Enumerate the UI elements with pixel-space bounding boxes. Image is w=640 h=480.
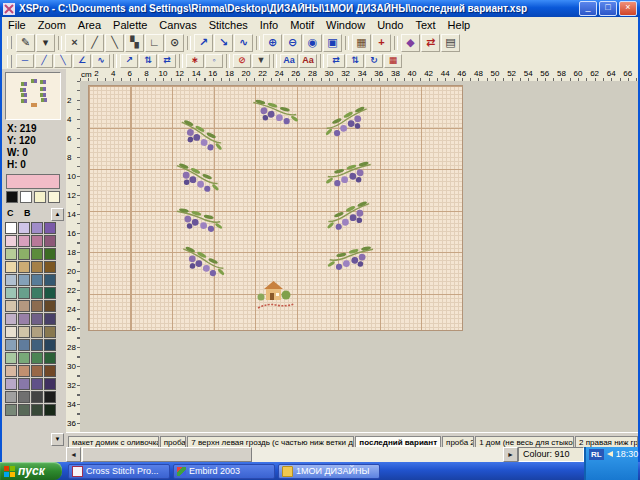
palette-swatch-24[interactable] <box>5 300 17 312</box>
text-latin-icon[interactable]: Aa <box>280 54 298 68</box>
swap-colours-icon[interactable]: ⇄ <box>421 34 440 52</box>
palette-swatch-21[interactable] <box>18 287 30 299</box>
palette-swatch-30[interactable] <box>31 313 43 325</box>
palette-swatch-16[interactable] <box>5 274 17 286</box>
back-half-stitch-icon[interactable]: ╲ <box>105 34 124 52</box>
line-arrow-up-icon[interactable]: ↗ <box>194 34 213 52</box>
taskbar-task-0[interactable]: Cross Stitch Pro... <box>68 464 170 479</box>
palette-swatch-55[interactable] <box>44 391 56 403</box>
menu-undo[interactable]: Undo <box>371 19 409 31</box>
maximize-button[interactable]: □ <box>599 1 617 16</box>
palette-swatch-46[interactable] <box>31 365 43 377</box>
palette-swatch-40[interactable] <box>5 352 17 364</box>
menu-file[interactable]: File <box>2 19 32 31</box>
diagonal-line2-icon[interactable]: ╲ <box>54 54 72 68</box>
straight-line-icon[interactable]: ─ <box>16 54 34 68</box>
palette-swatch-15[interactable] <box>44 261 56 273</box>
palette-swatch-35[interactable] <box>44 326 56 338</box>
palette-swatch-9[interactable] <box>18 248 30 260</box>
colour-picker-icon[interactable]: ▼ <box>252 54 270 68</box>
palette-swatch-4[interactable] <box>5 235 17 247</box>
palette-swatch-25[interactable] <box>18 300 30 312</box>
backstitch-icon[interactable]: ∟ <box>145 34 164 52</box>
french-knot-icon[interactable]: ⊙ <box>165 34 184 52</box>
palette-swatch-10[interactable] <box>31 248 43 260</box>
palette-swatch-22[interactable] <box>31 287 43 299</box>
foreground-colour-swatch[interactable] <box>6 191 18 203</box>
palette-swatch-7[interactable] <box>44 235 56 247</box>
zoom-in-icon[interactable]: ⊕ <box>263 34 282 52</box>
palette-swatch-44[interactable] <box>5 365 17 377</box>
menu-canvas[interactable]: Canvas <box>153 19 202 31</box>
bead-icon[interactable]: ◦ <box>205 54 223 68</box>
palette-swatch-17[interactable] <box>18 274 30 286</box>
text-cyrillic-icon[interactable]: Аа <box>299 54 317 68</box>
zoom-fit-icon[interactable]: ▣ <box>323 34 342 52</box>
palette-swatch-28[interactable] <box>5 313 17 325</box>
pencil-dropdown-icon[interactable]: ▾ <box>36 34 55 52</box>
menu-zoom[interactable]: Zoom <box>32 19 72 31</box>
scrollbar-thumb[interactable] <box>82 447 252 462</box>
palette-swatch-31[interactable] <box>44 313 56 325</box>
palette-swatch-51[interactable] <box>44 378 56 390</box>
palette-swatch-26[interactable] <box>31 300 43 312</box>
menu-text[interactable]: Text <box>409 19 441 31</box>
menu-area[interactable]: Area <box>72 19 107 31</box>
palette-swatch-49[interactable] <box>18 378 30 390</box>
palette-swatch-42[interactable] <box>31 352 43 364</box>
palette-swatch-53[interactable] <box>18 391 30 403</box>
taskbar-task-2[interactable]: 1МОИ ДИЗАЙНЫ <box>278 464 380 479</box>
palette-swatch-47[interactable] <box>44 365 56 377</box>
knot-red-icon[interactable]: ∗ <box>186 54 204 68</box>
background-colour-swatch[interactable] <box>20 191 32 203</box>
minimize-button[interactable]: _ <box>579 1 597 16</box>
palette-swatch-3[interactable] <box>44 222 56 234</box>
palette-colours-icon[interactable]: ▦ <box>384 54 402 68</box>
diagonal-line-icon[interactable]: ╱ <box>35 54 53 68</box>
palette-swatch-0[interactable] <box>5 222 17 234</box>
palette-swatch-59[interactable] <box>44 404 56 416</box>
palette-swatch-20[interactable] <box>5 287 17 299</box>
toolbar-grip[interactable] <box>7 55 12 68</box>
palette-swatch-39[interactable] <box>44 339 56 351</box>
grid-toggle-icon[interactable]: ▦ <box>352 34 371 52</box>
palette-scroll-up-button[interactable]: ▲ <box>51 208 64 221</box>
palette-swatch-57[interactable] <box>18 404 30 416</box>
half-stitch-icon[interactable]: ╱ <box>85 34 104 52</box>
flip-vertical-icon[interactable]: ⇅ <box>346 54 364 68</box>
alt-colour-swatch-2[interactable] <box>48 191 60 203</box>
palette-swatch-52[interactable] <box>5 391 17 403</box>
palette-swatch-19[interactable] <box>44 274 56 286</box>
palette-swatch-12[interactable] <box>5 261 17 273</box>
horizontal-scrollbar[interactable]: ◄ ► <box>66 447 518 462</box>
menu-palette[interactable]: Palette <box>107 19 153 31</box>
no-stitch-icon[interactable]: ⊘ <box>233 54 251 68</box>
palette-swatch-33[interactable] <box>18 326 30 338</box>
motif-library-icon[interactable]: ◆ <box>401 34 420 52</box>
palette-swatch-6[interactable] <box>31 235 43 247</box>
line-arrow-down-icon[interactable]: ↘ <box>214 34 233 52</box>
nudge-horizontal-icon[interactable]: ⇄ <box>158 54 176 68</box>
palette-swatch-18[interactable] <box>31 274 43 286</box>
palette-swatch-45[interactable] <box>18 365 30 377</box>
palette-swatch-38[interactable] <box>31 339 43 351</box>
palette-swatch-36[interactable] <box>5 339 17 351</box>
menu-window[interactable]: Window <box>320 19 371 31</box>
language-indicator[interactable]: RL <box>589 449 604 460</box>
zoom-actual-icon[interactable]: ◉ <box>303 34 322 52</box>
nudge-vertical-icon[interactable]: ⇅ <box>139 54 157 68</box>
palette-swatch-56[interactable] <box>5 404 17 416</box>
menu-motif[interactable]: Motif <box>284 19 320 31</box>
pencil-tool-icon[interactable]: ✎ <box>16 34 35 52</box>
palette-swatch-2[interactable] <box>31 222 43 234</box>
palette-swatch-43[interactable] <box>44 352 56 364</box>
menu-help[interactable]: Help <box>442 19 477 31</box>
taskbar-task-1[interactable]: Embird 2003 <box>173 464 275 479</box>
alt-colour-swatch-1[interactable] <box>34 191 46 203</box>
volume-icon[interactable] <box>607 451 613 457</box>
palette-swatch-41[interactable] <box>18 352 30 364</box>
palette-swatch-13[interactable] <box>18 261 30 273</box>
curve-tool-icon[interactable]: ∿ <box>234 34 253 52</box>
palette-swatch-14[interactable] <box>31 261 43 273</box>
palette-swatch-8[interactable] <box>5 248 17 260</box>
